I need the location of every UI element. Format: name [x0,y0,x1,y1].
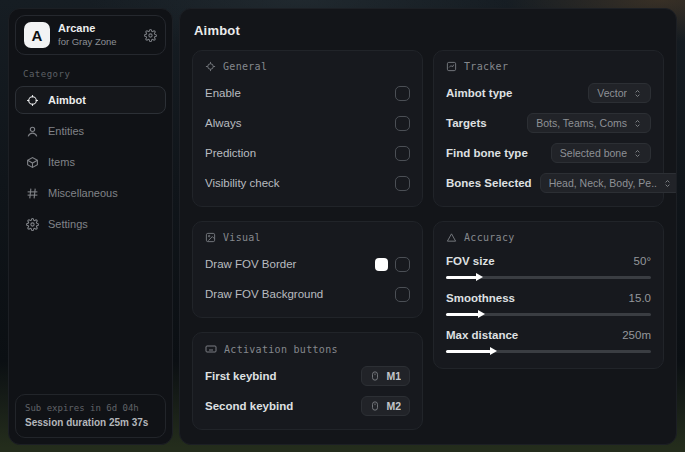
setting-row: Draw FOV Background [205,283,410,305]
setting-label: Aimbot type [446,87,512,99]
setting-row: Targets Bots, Teams, Coms [446,112,651,134]
max-distance-value: 250m [622,329,651,341]
setting-label: Prediction [205,147,256,159]
sidebar-item-settings[interactable]: Settings [15,210,166,238]
draw-fov-border-checkbox[interactable] [395,257,410,272]
dropdown-value: Bots, Teams, Coms [536,117,627,129]
chevron-up-down-icon [663,178,672,189]
tracker-icon [446,61,457,72]
max-distance-slider[interactable] [446,347,651,356]
setting-label: Enable [205,87,241,99]
page-title: Aimbot [194,23,662,38]
sidebar-item-label: Aimbot [48,94,86,106]
setting-row: Visibility check [205,172,410,194]
sub-expires-text: Sub expires in 6d 04h [25,402,156,416]
gear-icon [26,218,39,231]
main-panel: Aimbot General Enable [179,8,677,445]
logo-letter: A [32,27,43,44]
dropdown-value: Vector [597,87,627,99]
app-name: Arcane [58,22,136,36]
chevron-up-down-icon [633,118,642,129]
aimbot-type-dropdown[interactable]: Vector [588,83,651,103]
dropdown-value: Selected bone [560,147,627,159]
card-title: Activation buttons [224,344,338,355]
slider-fill [446,313,479,317]
app-header: A Arcane for Gray Zone [15,15,166,55]
keybind-value: M1 [386,370,401,382]
always-checkbox[interactable] [395,116,410,131]
general-card: General Enable Always Prediction [192,50,423,207]
sidebar: A Arcane for Gray Zone Category Aimbot [8,8,173,445]
setting-label: Visibility check [205,177,280,189]
chevron-up-down-icon [633,88,642,99]
find-bone-type-dropdown[interactable]: Selected bone [551,143,651,163]
card-title: Accuracy [464,232,515,243]
entities-icon [26,125,39,138]
app-window: A Arcane for Gray Zone Category Aimbot [8,8,677,445]
sidebar-item-label: Settings [48,218,88,230]
sidebar-nav: Aimbot Entities Items Miscellaneous [15,86,166,238]
setting-label: Always [205,117,241,129]
session-duration-text: Session duration 25m 37s [25,415,156,430]
setting-label: Draw FOV Border [205,258,296,270]
crosshair-icon [26,94,39,107]
setting-row: Find bone type Selected bone [446,142,651,164]
fov-border-color-swatch[interactable] [375,258,388,271]
first-keybind-button[interactable]: M1 [361,366,410,386]
header-gear-icon[interactable] [144,29,157,42]
app-logo: A [24,22,50,48]
card-title: Visual [223,232,261,243]
sidebar-item-aimbot[interactable]: Aimbot [15,86,166,114]
tracker-card: Tracker Aimbot type Vector Targets [433,50,664,207]
keyboard-icon [205,343,217,355]
setting-label: FOV size [446,255,495,267]
second-keybind-button[interactable]: M2 [361,396,410,416]
sidebar-item-miscellaneous[interactable]: Miscellaneous [15,179,166,207]
image-icon [205,232,216,243]
setting-row: First keybind M1 [205,365,410,387]
sidebar-item-label: Items [48,156,75,168]
setting-row: Second keybind M2 [205,395,410,417]
mouse-icon [370,400,380,412]
activation-buttons-card: Activation buttons First keybind M1 Seco… [192,332,423,430]
grid-icon [26,187,39,200]
slider-fill [446,350,491,354]
subscription-info: Sub expires in 6d 04h Session duration 2… [15,394,166,439]
visual-card: Visual Draw FOV Border Draw FOV Backgrou… [192,221,423,318]
setting-row: Bones Selected Head, Neck, Body, Pe.. [446,172,651,194]
setting-row: Always [205,112,410,134]
visibility-check-checkbox[interactable] [395,176,410,191]
chevron-up-down-icon [633,148,642,159]
fov-size-slider[interactable] [446,273,651,282]
sidebar-item-entities[interactable]: Entities [15,117,166,145]
smoothness-value: 15.0 [629,292,651,304]
enable-checkbox[interactable] [395,86,410,101]
card-title: General [223,61,267,72]
setting-label: Second keybind [205,400,293,412]
setting-row: Prediction [205,142,410,164]
dropdown-value: Head, Neck, Body, Pe.. [549,177,657,189]
setting-label: First keybind [205,370,277,382]
draw-fov-background-checkbox[interactable] [395,287,410,302]
prediction-checkbox[interactable] [395,146,410,161]
bones-selected-dropdown[interactable]: Head, Neck, Body, Pe.. [540,173,677,193]
targets-dropdown[interactable]: Bots, Teams, Coms [527,113,651,133]
setting-label: Draw FOV Background [205,288,323,300]
slider-fill [446,276,477,280]
box-icon [26,156,39,169]
setting-row: Enable [205,82,410,104]
sidebar-item-items[interactable]: Items [15,148,166,176]
setting-label: Max distance [446,329,518,341]
triangle-icon [446,232,457,243]
smoothness-slider[interactable] [446,310,651,319]
fov-size-setting: FOV size 50° [446,255,651,282]
setting-label: Bones Selected [446,177,532,189]
setting-label: Smoothness [446,292,515,304]
setting-row: Draw FOV Border [205,253,410,275]
smoothness-setting: Smoothness 15.0 [446,292,651,319]
keybind-value: M2 [386,400,401,412]
crosshair-icon [205,61,216,72]
sidebar-item-label: Miscellaneous [48,187,118,199]
setting-label: Find bone type [446,147,528,159]
fov-size-value: 50° [634,255,651,267]
